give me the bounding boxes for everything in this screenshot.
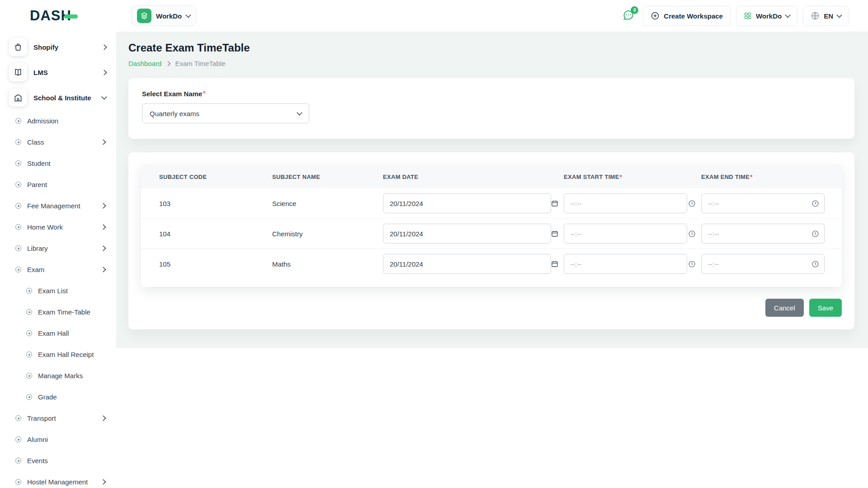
exam-date-input[interactable] (383, 254, 551, 274)
breadcrumb-current: Exam TimeTable (175, 60, 225, 67)
sidebar-item-label: Exam (27, 266, 44, 273)
language-button[interactable]: EN (803, 6, 849, 26)
exam-date-input[interactable] (383, 193, 551, 213)
exam-start-time-input[interactable] (564, 254, 687, 274)
calendar-icon (551, 200, 558, 207)
sidebar-item-school-institute[interactable]: School & Institute (0, 85, 116, 110)
sidebar-item-grade[interactable]: Grade (0, 386, 116, 408)
exam-date-field (383, 224, 564, 244)
sidebar-item-exam-time-table[interactable]: Exam Time-Table (0, 301, 116, 323)
school-building-icon (9, 89, 27, 107)
sidebar-item-exam[interactable]: Exam (0, 259, 116, 280)
globe-icon (811, 11, 820, 20)
sidebar-item-label: Student (27, 160, 51, 167)
bullet-icon (15, 160, 21, 166)
exam-end-time-input[interactable] (701, 224, 825, 244)
breadcrumb-dashboard-link[interactable]: Dashboard (128, 60, 161, 67)
sidebar-item-library[interactable]: Library (0, 238, 116, 259)
language-label: EN (824, 12, 833, 20)
sidebar-item-label: Admission (27, 117, 58, 125)
clock-icon (688, 260, 696, 268)
exam-date-input[interactable] (383, 224, 551, 244)
save-button[interactable]: Save (809, 299, 842, 317)
workspace-switcher[interactable]: WorkDo (131, 5, 196, 26)
chevron-down-icon (836, 12, 842, 18)
sidebar-item-label: Exam List (38, 287, 68, 295)
workspace-menu-button[interactable]: WorkDo (736, 6, 797, 26)
sidebar-item-fee-management[interactable]: Fee Management (0, 195, 116, 216)
required-mark: * (750, 174, 752, 180)
column-header-exam-start-time: EXAM START TIME* (564, 174, 701, 180)
sidebar-item-transport[interactable]: Transport (0, 408, 116, 429)
sidebar-item-label: Class (27, 138, 44, 146)
breadcrumb: Dashboard Exam TimeTable (128, 60, 854, 67)
bullet-icon (15, 224, 21, 230)
sidebar-item-home-work[interactable]: Home Work (0, 216, 116, 238)
form-actions: Cancel Save (141, 299, 842, 317)
logo-area: DASH (0, 8, 116, 24)
exam-start-time-input[interactable] (564, 193, 687, 213)
sidebar-item-label: Fee Management (27, 202, 80, 210)
sidebar-item-admission[interactable]: Admission (0, 110, 116, 131)
exam-start-time-field (564, 193, 701, 213)
calendar-icon (551, 230, 558, 237)
sidebar-item-hostel-management[interactable]: Hostel Management (0, 471, 116, 488)
exam-end-time-field (701, 193, 825, 213)
clock-icon (688, 230, 696, 238)
workspace-menu-label: WorkDo (756, 12, 782, 20)
dash-logo[interactable]: DASH (30, 8, 116, 24)
sidebar-item-class[interactable]: Class (0, 131, 116, 153)
timetable-card: SUBJECT CODE SUBJECT NAME EXAM DATE EXAM… (128, 152, 854, 329)
exam-start-time-field (564, 224, 701, 244)
sidebar-item-label: Exam Hall (38, 329, 69, 337)
bullet-icon (26, 394, 32, 400)
sidebar-item-events[interactable]: Events (0, 450, 116, 471)
sidebar-item-parent[interactable]: Parent (0, 174, 116, 195)
column-header-subject-name: SUBJECT NAME (272, 174, 383, 180)
bullet-icon (15, 436, 21, 442)
bullet-icon (15, 267, 21, 272)
sidebar-item-shopify[interactable]: Shopify (0, 34, 116, 60)
subject-code-cell: 103 (159, 200, 272, 207)
sidebar-item-alumni[interactable]: Alumni (0, 429, 116, 450)
sidebar-item-label: Home Work (27, 223, 63, 231)
table-row: 103 Science (141, 188, 842, 218)
bullet-icon (26, 373, 32, 379)
chevron-down-icon (785, 12, 791, 18)
exam-end-time-input[interactable] (701, 193, 825, 213)
cancel-button[interactable]: Cancel (765, 299, 804, 317)
bullet-icon (15, 415, 21, 421)
sidebar-item-label: Transport (27, 414, 56, 422)
exam-name-select[interactable]: Quarterly exams (142, 103, 309, 123)
exam-name-selected-value: Quarterly exams (150, 110, 199, 117)
required-mark: * (203, 90, 205, 98)
table-row: 105 Maths (141, 249, 842, 279)
chevron-right-icon (101, 204, 105, 208)
sidebar-item-label: LMS (33, 69, 48, 76)
exam-start-time-input[interactable] (564, 224, 687, 244)
exam-end-time-field (701, 224, 825, 244)
sidebar-item-lms[interactable]: LMS (0, 60, 116, 85)
sidebar-item-student[interactable]: Student (0, 153, 116, 174)
sidebar-item-label: Grade (38, 393, 57, 401)
chevron-down-icon (185, 12, 191, 18)
subject-name-cell: Maths (272, 260, 383, 268)
required-mark: * (620, 174, 622, 180)
chevron-right-icon (101, 416, 105, 420)
sidebar-item-manage-marks[interactable]: Manage Marks (0, 365, 116, 386)
table-header-row: SUBJECT CODE SUBJECT NAME EXAM DATE EXAM… (141, 165, 842, 188)
chevron-right-icon (101, 225, 105, 229)
messages-badge: 0 (631, 6, 638, 14)
create-workspace-button[interactable]: Create Workspace (643, 6, 731, 26)
sidebar-item-exam-hall[interactable]: Exam Hall (0, 323, 116, 344)
exam-end-time-input[interactable] (701, 254, 825, 274)
sidebar-item-exam-list[interactable]: Exam List (0, 280, 116, 301)
chevron-right-icon (101, 246, 105, 250)
create-workspace-label: Create Workspace (664, 12, 723, 20)
timetable-table: SUBJECT CODE SUBJECT NAME EXAM DATE EXAM… (141, 165, 842, 287)
chevron-right-icon (101, 140, 105, 144)
subject-code-cell: 104 (159, 230, 272, 238)
exam-name-label: Select Exam Name (142, 90, 202, 98)
sidebar-item-exam-hall-receipt[interactable]: Exam Hall Receipt (0, 344, 116, 365)
messages-button[interactable]: 0 (618, 6, 637, 25)
